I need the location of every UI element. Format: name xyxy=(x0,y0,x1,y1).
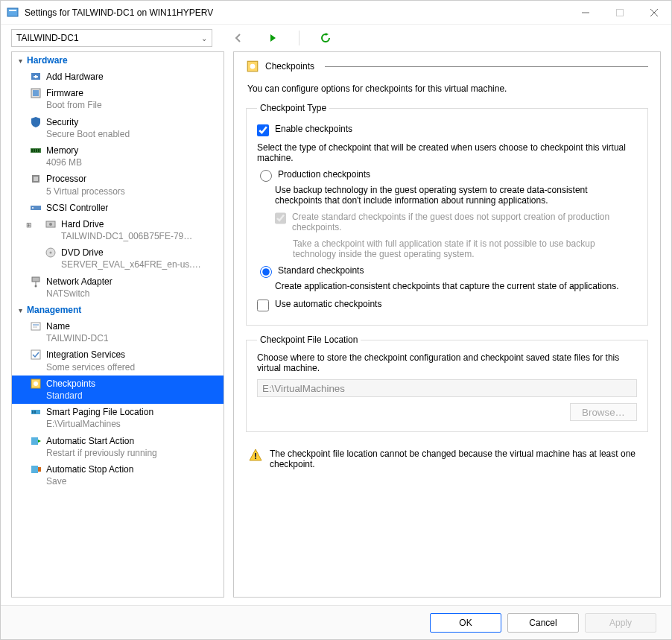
sidebar-item-network[interactable]: ⊞ Network AdapterNATSwitch xyxy=(12,273,224,302)
svg-point-30 xyxy=(34,381,38,386)
sidebar-item-auto-stop[interactable]: Automatic Stop ActionSave xyxy=(12,461,224,489)
expander-plus-icon[interactable]: ⊞ xyxy=(25,221,33,229)
vm-selector[interactable]: TAILWIND-DC1 ⌄ xyxy=(11,29,212,47)
sidebar-item-security[interactable]: SecuritySecure Boot enabled xyxy=(12,114,224,142)
main-area: ▾ Hardware Add Hardware FirmwareBoot fro… xyxy=(1,51,671,605)
standard-desc: Create application-consistent checkpoint… xyxy=(275,281,637,291)
checkpoint-location-group: Checkpoint File Location Choose where to… xyxy=(246,335,648,432)
name-icon xyxy=(30,320,42,332)
location-desc: Choose where to store the checkpoint con… xyxy=(257,352,637,373)
checkpoint-icon xyxy=(246,60,259,73)
sidebar-item-name[interactable]: NameTAILWIND-DC1 xyxy=(12,318,224,346)
svg-point-19 xyxy=(49,223,52,226)
svg-rect-13 xyxy=(38,149,39,152)
svg-rect-6 xyxy=(34,76,38,77)
svg-rect-32 xyxy=(32,411,34,414)
integration-icon xyxy=(30,349,42,361)
shield-icon xyxy=(30,116,42,128)
chevron-down-icon: ⌄ xyxy=(201,34,207,42)
location-input xyxy=(257,379,637,397)
expander-icon: ▾ xyxy=(16,57,24,65)
svg-rect-22 xyxy=(32,277,39,282)
toolbar-divider xyxy=(299,31,299,45)
prod-fallback-label: Create standard checkpoints if the guest… xyxy=(292,212,637,232)
dvd-icon xyxy=(45,247,57,259)
heading-rule xyxy=(325,66,648,67)
auto-checkpoints-checkbox[interactable] xyxy=(257,300,269,311)
tree-section-management[interactable]: ▾ Management xyxy=(12,302,224,318)
scsi-icon xyxy=(30,202,42,214)
svg-rect-34 xyxy=(31,437,38,445)
panel-intro: You can configure options for checkpoint… xyxy=(247,83,647,94)
network-icon xyxy=(30,276,42,288)
refresh-button[interactable] xyxy=(317,30,334,46)
auto-checkpoints-label: Use automatic checkpoints xyxy=(275,299,381,309)
cancel-button[interactable]: Cancel xyxy=(507,613,579,633)
checkpoint-icon xyxy=(30,378,42,390)
hard-drive-icon xyxy=(45,218,57,230)
dialog-buttons: OK Cancel Apply xyxy=(1,605,671,639)
expander-minus-icon[interactable]: ⊟ xyxy=(11,204,13,213)
panel-title: Checkpoints xyxy=(265,61,314,72)
prod-fallback-note: Take a checkpoint with full application … xyxy=(293,238,637,259)
production-radio[interactable] xyxy=(260,170,272,182)
expander-plus-icon[interactable]: ⊞ xyxy=(11,278,13,287)
tree-section-hardware[interactable]: ▾ Hardware xyxy=(12,52,224,69)
paging-icon xyxy=(30,406,42,418)
sidebar-item-scsi[interactable]: ⊟ SCSI Controller xyxy=(12,200,224,216)
standard-radio[interactable] xyxy=(260,266,272,278)
warning-text: The checkpoint file location cannot be c… xyxy=(270,449,645,469)
sidebar-item-auto-start[interactable]: Automatic Start ActionRestart if previou… xyxy=(12,433,224,461)
minimize-button[interactable] xyxy=(568,1,603,25)
group-legend: Checkpoint File Location xyxy=(257,335,361,345)
auto-start-icon xyxy=(30,435,42,447)
sidebar-item-processor[interactable]: ⊞ Processor5 Virtual processors xyxy=(12,171,224,199)
warning-icon xyxy=(249,449,262,462)
tree-section-label: Hardware xyxy=(27,55,68,66)
svg-rect-40 xyxy=(255,457,256,459)
sidebar-item-dvd-drive[interactable]: DVD DriveSERVER_EVAL_x64FRE_en-us.… xyxy=(12,244,224,273)
panel-heading: Checkpoints xyxy=(246,60,648,73)
standard-label: Standard checkpoints xyxy=(278,265,364,276)
checkpoint-type-group: Checkpoint Type Enable checkpoints Selec… xyxy=(246,103,648,326)
expander-plus-icon[interactable]: ⊞ xyxy=(11,175,13,184)
type-description: Select the type of checkpoint that will … xyxy=(257,142,637,163)
settings-tree[interactable]: ▾ Hardware Add Hardware FirmwareBoot fro… xyxy=(11,51,224,598)
production-desc: Use backup technology in the guest opera… xyxy=(275,185,637,206)
svg-rect-36 xyxy=(38,467,41,472)
enable-checkpoints-checkbox[interactable] xyxy=(257,124,269,136)
svg-rect-15 xyxy=(34,177,38,181)
memory-icon xyxy=(30,145,42,156)
svg-rect-35 xyxy=(31,466,38,473)
sidebar-item-add-hardware[interactable]: Add Hardware xyxy=(12,69,224,85)
nav-back-button[interactable] xyxy=(230,30,247,46)
ok-button[interactable]: OK xyxy=(430,613,501,633)
sidebar-item-firmware[interactable]: FirmwareBoot from File xyxy=(12,85,224,113)
apply-button: Apply xyxy=(585,613,656,633)
maximize-button[interactable] xyxy=(603,1,637,25)
app-icon xyxy=(7,7,19,19)
svg-rect-8 xyxy=(33,90,39,96)
firmware-icon xyxy=(30,87,42,99)
sidebar-item-hard-drive[interactable]: ⊞ Hard DriveTAILWIND-DC1_006B75FE-79… xyxy=(12,216,224,244)
prod-fallback-checkbox xyxy=(275,212,286,224)
processor-icon xyxy=(30,173,42,185)
svg-rect-12 xyxy=(36,149,37,152)
svg-rect-0 xyxy=(7,8,18,16)
warning-row: The checkpoint file location cannot be c… xyxy=(246,444,648,474)
sidebar-item-smart-paging[interactable]: Smart Paging File LocationE:\VirtualMach… xyxy=(12,404,224,432)
auto-stop-icon xyxy=(30,463,42,475)
svg-point-24 xyxy=(35,285,37,287)
titlebar: Settings for TAILWIND-DC1 on WIN11HYPERV xyxy=(1,1,671,25)
nav-forward-button[interactable] xyxy=(264,30,281,46)
sidebar-item-memory[interactable]: Memory4096 MB xyxy=(12,142,224,171)
vm-selector-value: TAILWIND-DC1 xyxy=(16,33,79,43)
production-label: Production checkpoints xyxy=(278,169,370,180)
browse-button: Browse… xyxy=(570,403,637,421)
svg-rect-3 xyxy=(617,9,624,16)
sidebar-item-integration[interactable]: Integration ServicesSome services offere… xyxy=(12,346,224,375)
group-legend: Checkpoint Type xyxy=(257,103,329,113)
sidebar-item-checkpoints[interactable]: CheckpointsStandard xyxy=(12,376,224,404)
close-button[interactable] xyxy=(637,1,671,25)
tree-section-label: Management xyxy=(27,305,81,315)
